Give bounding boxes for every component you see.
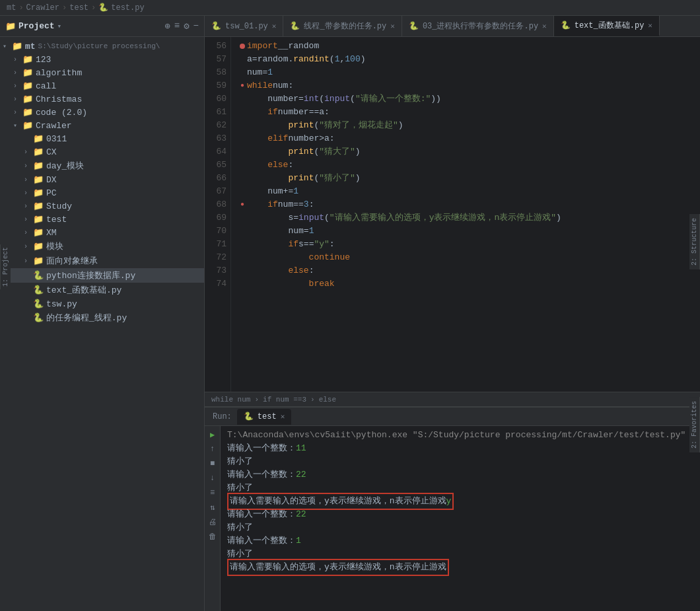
project-title: 📁 Project ▾ — [5, 21, 61, 32]
code-line-62: print("猜对了，烟花走起") — [238, 119, 693, 132]
tree-item-mokuai[interactable]: › 📁 模块 — [0, 239, 204, 254]
line-numbers: 56 57 58 59 60 61 62 63 64 65 66 67 68 6… — [205, 37, 231, 392]
project-panel: 📁 Project ▾ ⊕ ≡ ⚙ − ▾ 📁 mt S:\Study\pict… — [0, 16, 205, 611]
breadcrumb-item[interactable]: Crawler — [26, 3, 59, 13]
output-text: T:\Anaconda\envs\cv5aiit\python.exe "S:/… — [227, 429, 685, 442]
collapse-icon[interactable]: ≡ — [174, 20, 180, 32]
favorites-panel-label[interactable]: 2: Favorites — [689, 397, 700, 452]
tree-item-tsw[interactable]: 🐍 tsw.py — [0, 297, 204, 310]
run-down-button[interactable]: ↓ — [207, 472, 219, 484]
run-stop-button[interactable]: ■ — [207, 458, 219, 470]
code-line-72: continue — [238, 251, 693, 264]
breadcrumb-bar: mt › Crawler › test › 🐍 test.py — [0, 0, 700, 16]
tab-close-icon[interactable]: ✕ — [390, 22, 395, 30]
tree-item-dx[interactable]: › 📁 DX — [0, 173, 204, 186]
tree-item-task-thread[interactable]: 🐍 的任务编程_线程.py — [0, 310, 204, 325]
tab-close-icon[interactable]: ✕ — [648, 21, 652, 30]
run-panel: Run: 🐍 test ✕ ▶ ↑ ■ ↓ ≡ ⇅ — [205, 406, 700, 611]
code-content[interactable]: import__random a=random.randint(1,100) n… — [231, 37, 700, 392]
run-label: Run: — [207, 412, 237, 421]
tree-item-code[interactable]: › 📁 code (2.0) — [0, 106, 204, 119]
run-up-button[interactable]: ↑ — [207, 443, 219, 455]
tree-item-crawler[interactable]: ▾ 📁 Crawler — [0, 119, 204, 132]
run-print-button[interactable]: 🖨 — [207, 516, 219, 528]
output-line-8: 请输入一个整数：1 — [227, 534, 693, 548]
locate-icon[interactable]: ⊕ — [164, 20, 170, 32]
folder-icon: 📁 — [5, 21, 16, 32]
breadcrumb-item[interactable]: mt — [7, 3, 16, 13]
run-sort-button[interactable]: ⇅ — [207, 501, 219, 513]
output-value: 1 — [296, 534, 301, 548]
run-tab[interactable]: 🐍 test ✕ — [237, 409, 291, 425]
tab-text-func[interactable]: 🐍 text_函数基础.py ✕ — [554, 16, 660, 36]
output-line-2: 猜小了 — [227, 455, 693, 468]
editor-footer: while num › if num ==3 › else — [205, 392, 700, 406]
tab-label: 03_进程执行带有参数的任务.py — [423, 20, 538, 32]
breadcrumb-item[interactable]: test.py — [111, 3, 144, 13]
output-line-3: 请输入一个整数：22 — [227, 468, 693, 482]
code-line-65: else: — [238, 159, 693, 172]
output-value: y — [446, 496, 452, 506]
output-text: 请输入一个整数： — [227, 534, 296, 548]
code-line-70: num=1 — [238, 225, 693, 238]
content-area: 🐍 tsw_01.py ✕ 🐍 线程_带参数的任务.py ✕ 🐍 03_进程执行… — [205, 16, 700, 611]
tree-item-text-func[interactable]: 🐍 text_函数基础.py — [0, 283, 204, 297]
code-line-67: num+=1 — [238, 185, 693, 198]
tree-item-xm[interactable]: › 📁 XM — [0, 226, 204, 239]
code-line-68: ● if num ==3: — [238, 198, 693, 211]
tree-item-christmas[interactable]: › 📁 Christmas — [0, 92, 204, 106]
tab-label: tsw_01.py — [225, 22, 268, 31]
run-wrap-button[interactable]: ≡ — [207, 487, 219, 499]
footer-item: if num ==3 — [263, 396, 306, 404]
breadcrumb-item[interactable]: test — [69, 3, 88, 13]
close-icon[interactable]: − — [193, 20, 199, 32]
tab-process[interactable]: 🐍 03_进程执行带有参数的任务.py ✕ — [402, 16, 554, 36]
output-line-6: 请输入一个整数：22 — [227, 508, 693, 521]
structure-panel-label[interactable]: 2: Structure — [689, 214, 700, 270]
breadcrumb-item-current: 🐍 — [98, 3, 108, 13]
tab-close-icon[interactable]: ✕ — [542, 22, 547, 30]
run-controls: ▶ ↑ ■ ↓ ≡ ⇅ 🖨 🗑 — [205, 426, 221, 611]
output-text: 请输入需要输入的选项，y表示继续游戏，n表示停止游戏 — [230, 496, 446, 506]
output-text: 请输入一个整数： — [227, 468, 296, 482]
dropdown-icon[interactable]: ▾ — [57, 22, 62, 30]
output-line-5: 请输入需要输入的选项，y表示继续游戏，n表示停止游戏y — [227, 495, 693, 508]
tree-item-cx[interactable]: › 📁 CX — [0, 145, 204, 159]
project-side-label[interactable]: 1: Project — [0, 244, 11, 289]
tree-item-call[interactable]: › 📁 call — [0, 79, 204, 92]
tab-bar: 🐍 tsw_01.py ✕ 🐍 线程_带参数的任务.py ✕ 🐍 03_进程执行… — [205, 16, 700, 37]
code-line-59: ● while num: — [238, 79, 693, 92]
tab-thread[interactable]: 🐍 线程_带参数的任务.py ✕ — [283, 16, 402, 36]
tab-label: 线程_带参数的任务.py — [304, 20, 386, 32]
breadcrumb-sep: › — [18, 3, 23, 13]
project-title-label: Project — [18, 21, 55, 31]
tree-item-oop[interactable]: › 📁 面向对象继承 — [0, 254, 204, 268]
tree-item-python-db[interactable]: 🐍 python连接数据库.py — [0, 268, 204, 283]
tree-item-0311[interactable]: 📁 0311 — [0, 132, 204, 145]
run-trash-button[interactable]: 🗑 — [207, 530, 219, 542]
run-tab-close[interactable]: ✕ — [281, 412, 285, 421]
run-tab-bar: Run: 🐍 test ✕ — [205, 408, 700, 426]
footer-sep: › — [310, 396, 315, 404]
tree-item-pc[interactable]: › 📁 PC — [0, 186, 204, 199]
tree-item-test[interactable]: › 📁 test — [0, 213, 204, 226]
tree-root-item[interactable]: ▾ 📁 mt S:\Study\picture processing\ — [0, 40, 204, 53]
tree-item-123[interactable]: › 📁 123 — [0, 53, 204, 66]
tab-close-icon[interactable]: ✕ — [272, 22, 277, 30]
code-line-56: import__random — [238, 40, 693, 53]
output-value: 22 — [296, 468, 306, 482]
settings-icon[interactable]: ⚙ — [184, 20, 189, 32]
code-line-69: s=input("请输入需要输入的选项，y表示继续游戏，n表示停止游戏") — [238, 211, 693, 225]
run-play-button[interactable]: ▶ — [207, 429, 219, 441]
output-line-7: 猜小了 — [227, 521, 693, 534]
project-header-icons: ⊕ ≡ ⚙ − — [164, 20, 199, 32]
footer-item: else — [319, 396, 336, 404]
code-line-71: if s=="y": — [238, 238, 693, 251]
footer-sep: › — [254, 396, 259, 404]
tree-item-algorithm[interactable]: › 📁 algorithm — [0, 66, 204, 79]
breadcrumb-sep: › — [91, 3, 96, 13]
tab-tsw01[interactable]: 🐍 tsw_01.py ✕ — [205, 16, 283, 36]
code-line-73: else: — [238, 264, 693, 277]
tree-item-day[interactable]: › 📁 day_模块 — [0, 159, 204, 173]
tree-item-study[interactable]: › 📁 Study — [0, 199, 204, 213]
